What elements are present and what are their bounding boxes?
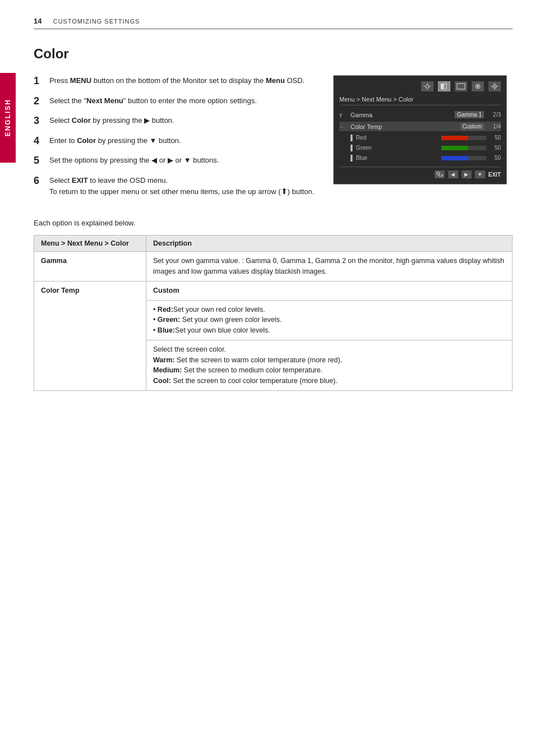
osd-blue-row: ▌ Blue 50 (339, 154, 501, 162)
osd-colortemp-value: Custom (460, 123, 484, 130)
osd-icon-display (455, 81, 467, 91)
table-row-gamma: Gamma Set your own gamma value. : Gamma … (34, 252, 513, 282)
svg-rect-5 (441, 84, 444, 89)
osd-footer: ◀ ▶ ▼ EXIT (339, 167, 501, 178)
step-3-text: Select Color by pressing the ▶ button. (49, 115, 316, 126)
sidebar: ENGLISH (0, 73, 16, 163)
step-1-number: 1 (34, 75, 44, 87)
step-6-number: 6 (34, 175, 44, 187)
table-header-description: Description (146, 236, 513, 252)
svg-point-0 (426, 85, 429, 88)
step-4-number: 4 (34, 135, 44, 147)
osd-blue-bar-fill (441, 156, 468, 160)
osd-footer-icon-down: ▼ (475, 170, 485, 178)
table-header-menu: Menu > Next Menu > Color (34, 236, 146, 252)
each-option-text: Each option is explained below. (34, 219, 513, 227)
options-table: Menu > Next Menu > Color Description Gam… (34, 235, 513, 391)
osd-red-bar-fill (441, 136, 468, 140)
step-4: 4 Enter to Color by pressing the ▼ butto… (34, 135, 316, 147)
osd-colortemp-row: ← Color Temp Custom 1/4 (339, 122, 501, 131)
step-3: 3 Select Color by pressing the ▶ button. (34, 115, 316, 127)
step-5-number: 5 (34, 155, 44, 167)
osd-red-label: ▌ Red (350, 135, 441, 141)
osd-footer-icon-1 (435, 170, 445, 178)
osd-icon-brightness (421, 81, 433, 91)
osd-blue-num: 50 (490, 155, 501, 161)
svg-rect-6 (444, 84, 446, 89)
table-cell-colortemp-menu: Color Temp (34, 281, 146, 390)
table-cell-colortemp-temps: Select the screen color. Warm: Set the s… (146, 340, 513, 390)
step-2: 2 Select the "Next Menu" button to enter… (34, 95, 316, 108)
osd-green-row: ▌ Green 50 (339, 144, 501, 152)
osd-red-row: ▌ Red 50 (339, 133, 501, 142)
osd-column: Menu > Next Menu > Color γ Gamma Gamma 1… (333, 75, 513, 205)
osd-footer-icon-right: ▶ (462, 170, 472, 178)
osd-gamma-value: Gamma 1 (455, 111, 484, 118)
sidebar-label: ENGLISH (4, 99, 12, 136)
osd-icon-color (472, 81, 484, 91)
step-3-number: 3 (34, 115, 44, 127)
osd-green-num: 50 (490, 145, 501, 151)
osd-icon-settings (488, 81, 501, 91)
osd-icon-contrast (438, 81, 450, 91)
svg-rect-7 (457, 84, 465, 89)
page-number: 14 (34, 17, 41, 25)
osd-icons-row (339, 81, 501, 91)
step-2-text: Select the "Next Menu" button to enter t… (49, 95, 316, 107)
osd-monitor-image: Menu > Next Menu > Color γ Gamma Gamma 1… (333, 75, 507, 185)
table-cell-colortemp-items: • Red:Set your own red color levels. • G… (146, 300, 513, 340)
osd-colortemp-icon: ← (339, 124, 348, 130)
osd-gamma-label: Gamma (350, 112, 455, 118)
page-title-header: CUSTOMIZING SETTINGS (53, 18, 140, 25)
step-1-text: Press MENU button on the bottom of the M… (49, 75, 316, 86)
osd-gamma-row: γ Gamma Gamma 1 2/3 (339, 110, 501, 119)
svg-point-11 (494, 86, 495, 87)
step-6: 6 Select EXIT to leave the OSD menu.To r… (34, 175, 316, 198)
osd-colortemp-label: Color Temp (350, 123, 460, 130)
two-column-layout: 1 Press MENU button on the bottom of the… (34, 75, 513, 205)
osd-green-bar-fill (441, 146, 468, 150)
step-2-number: 2 (34, 95, 44, 108)
step-1: 1 Press MENU button on the bottom of the… (34, 75, 316, 87)
osd-exit-label: EXIT (488, 172, 501, 178)
steps-list: 1 Press MENU button on the bottom of the… (34, 75, 316, 197)
step-6-text: Select EXIT to leave the OSD menu.To ret… (49, 175, 316, 198)
table-row-colortemp: Color Temp Custom (34, 281, 513, 300)
page-header: 14 CUSTOMIZING SETTINGS (34, 17, 513, 29)
instructions-column: 1 Press MENU button on the bottom of the… (34, 75, 316, 205)
table-cell-colortemp-custom: Custom (146, 281, 513, 300)
osd-gamma-icon: γ (339, 112, 348, 118)
osd-blue-bar (441, 156, 486, 160)
osd-gamma-num: 2/3 (487, 112, 501, 118)
main-content: 14 CUSTOMIZING SETTINGS Color 1 Press ME… (22, 0, 535, 408)
step-4-text: Enter to Color by pressing the ▼ button. (49, 135, 316, 146)
section-title: Color (34, 46, 513, 62)
osd-breadcrumb: Menu > Next Menu > Color (339, 96, 501, 105)
osd-red-bar (441, 136, 486, 140)
osd-green-label: ▌ Green (350, 145, 441, 151)
table-cell-gamma-menu: Gamma (34, 252, 146, 282)
table-cell-gamma-desc: Set your own gamma value. : Gamma 0, Gam… (146, 252, 513, 282)
osd-red-num: 50 (490, 135, 501, 141)
step-5-text: Set the options by pressing the ◀ or ▶ o… (49, 155, 316, 166)
osd-green-bar (441, 146, 486, 150)
osd-colortemp-num: 1/4 (487, 123, 501, 130)
osd-blue-label: ▌ Blue (350, 155, 441, 161)
svg-point-9 (477, 85, 479, 87)
step-5: 5 Set the options by pressing the ◀ or ▶… (34, 155, 316, 167)
osd-footer-icon-left: ◀ (448, 170, 458, 178)
